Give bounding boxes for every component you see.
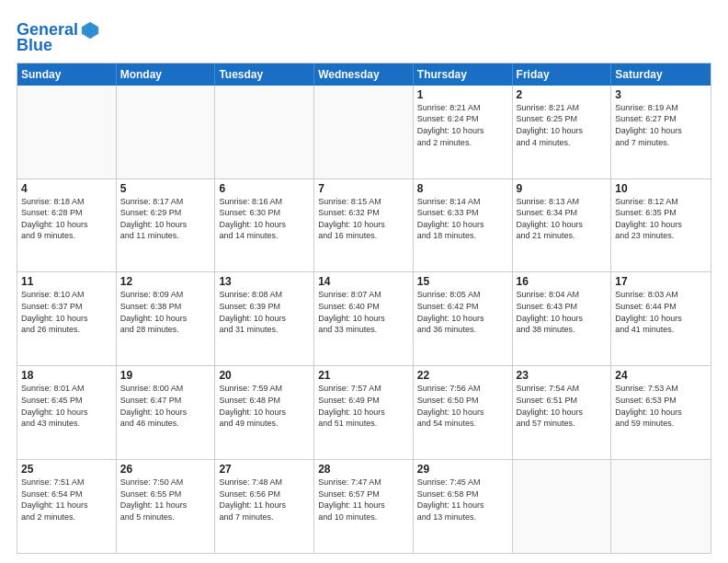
day-header-friday: Friday: [513, 63, 612, 86]
cal-cell: 14Sunrise: 8:07 AMSunset: 6:40 PMDayligh…: [314, 272, 414, 365]
cal-cell: 16Sunrise: 8:04 AMSunset: 6:43 PMDayligh…: [513, 272, 612, 365]
cal-cell: 21Sunrise: 7:57 AMSunset: 6:49 PMDayligh…: [314, 366, 414, 459]
day-info: Sunrise: 7:51 AMSunset: 6:54 PMDaylight:…: [21, 477, 112, 523]
day-number: 28: [318, 463, 409, 476]
day-info: Sunrise: 8:08 AMSunset: 6:39 PMDaylight:…: [219, 289, 310, 335]
day-number: 19: [120, 369, 211, 382]
day-number: 24: [615, 369, 707, 382]
day-number: 9: [517, 182, 608, 195]
day-number: 27: [219, 463, 310, 476]
day-number: 21: [318, 369, 409, 382]
day-info: Sunrise: 7:59 AMSunset: 6:48 PMDaylight:…: [219, 383, 310, 429]
day-header-sunday: Sunday: [17, 63, 117, 86]
cal-cell: 29Sunrise: 7:45 AMSunset: 6:58 PMDayligh…: [414, 460, 513, 553]
cal-cell: 11Sunrise: 8:10 AMSunset: 6:37 PMDayligh…: [17, 272, 117, 365]
week-row-2: 4Sunrise: 8:18 AMSunset: 6:28 PMDaylight…: [17, 178, 711, 272]
day-number: 6: [219, 182, 310, 195]
day-info: Sunrise: 8:03 AMSunset: 6:44 PMDaylight:…: [615, 289, 707, 335]
cal-cell: [17, 86, 117, 178]
calendar: SundayMondayTuesdayWednesdayThursdayFrid…: [17, 63, 711, 554]
cal-cell: [611, 460, 711, 553]
day-number: 15: [417, 275, 508, 288]
day-info: Sunrise: 8:04 AMSunset: 6:43 PMDaylight:…: [517, 289, 608, 335]
cal-cell: 18Sunrise: 8:01 AMSunset: 6:45 PMDayligh…: [17, 366, 117, 459]
cal-cell: 26Sunrise: 7:50 AMSunset: 6:55 PMDayligh…: [117, 460, 216, 553]
day-number: 12: [120, 275, 211, 288]
day-info: Sunrise: 8:17 AMSunset: 6:29 PMDaylight:…: [120, 196, 211, 242]
cal-cell: 28Sunrise: 7:47 AMSunset: 6:57 PMDayligh…: [314, 460, 414, 553]
day-number: 8: [417, 182, 508, 195]
calendar-body: 1Sunrise: 8:21 AMSunset: 6:24 PMDaylight…: [17, 86, 711, 553]
cal-cell: 3Sunrise: 8:19 AMSunset: 6:27 PMDaylight…: [611, 86, 711, 178]
cal-cell: 20Sunrise: 7:59 AMSunset: 6:48 PMDayligh…: [215, 366, 314, 459]
day-info: Sunrise: 7:47 AMSunset: 6:57 PMDaylight:…: [318, 477, 409, 523]
cal-cell: 15Sunrise: 8:05 AMSunset: 6:42 PMDayligh…: [414, 272, 513, 365]
day-info: Sunrise: 7:48 AMSunset: 6:56 PMDaylight:…: [219, 477, 310, 523]
day-number: 25: [21, 463, 112, 476]
day-number: 10: [615, 182, 707, 195]
cal-cell: [215, 86, 314, 178]
day-info: Sunrise: 7:54 AMSunset: 6:51 PMDaylight:…: [517, 383, 608, 429]
day-number: 23: [517, 369, 608, 382]
day-info: Sunrise: 8:19 AMSunset: 6:27 PMDaylight:…: [615, 102, 707, 148]
day-info: Sunrise: 8:05 AMSunset: 6:42 PMDaylight:…: [417, 289, 508, 335]
cal-cell: 25Sunrise: 7:51 AMSunset: 6:54 PMDayligh…: [17, 460, 117, 553]
day-info: Sunrise: 7:56 AMSunset: 6:50 PMDaylight:…: [417, 383, 508, 429]
day-info: Sunrise: 7:50 AMSunset: 6:55 PMDaylight:…: [120, 477, 211, 523]
logo: General Blue: [17, 20, 100, 55]
day-header-tuesday: Tuesday: [215, 63, 314, 86]
day-info: Sunrise: 8:21 AMSunset: 6:24 PMDaylight:…: [417, 102, 508, 148]
cal-cell: 12Sunrise: 8:09 AMSunset: 6:38 PMDayligh…: [117, 272, 216, 365]
page: General Blue SundayMondayTuesdayWednesda…: [0, 0, 728, 563]
day-number: 5: [120, 182, 211, 195]
week-row-4: 18Sunrise: 8:01 AMSunset: 6:45 PMDayligh…: [17, 365, 711, 459]
day-number: 7: [318, 182, 409, 195]
day-number: 14: [318, 275, 409, 288]
day-number: 20: [219, 369, 310, 382]
cal-cell: 10Sunrise: 8:12 AMSunset: 6:35 PMDayligh…: [611, 179, 711, 272]
cal-cell: 23Sunrise: 7:54 AMSunset: 6:51 PMDayligh…: [513, 366, 612, 459]
cal-cell: 1Sunrise: 8:21 AMSunset: 6:24 PMDaylight…: [414, 86, 513, 178]
day-number: 1: [417, 88, 508, 101]
day-number: 2: [517, 88, 608, 101]
cal-cell: 13Sunrise: 8:08 AMSunset: 6:39 PMDayligh…: [215, 272, 314, 365]
cal-cell: 4Sunrise: 8:18 AMSunset: 6:28 PMDaylight…: [17, 179, 117, 272]
day-info: Sunrise: 8:01 AMSunset: 6:45 PMDaylight:…: [21, 383, 112, 429]
week-row-3: 11Sunrise: 8:10 AMSunset: 6:37 PMDayligh…: [17, 271, 711, 365]
day-info: Sunrise: 8:12 AMSunset: 6:35 PMDaylight:…: [615, 196, 707, 242]
day-info: Sunrise: 8:09 AMSunset: 6:38 PMDaylight:…: [120, 289, 211, 335]
day-header-thursday: Thursday: [414, 63, 513, 86]
cal-cell: 27Sunrise: 7:48 AMSunset: 6:56 PMDayligh…: [215, 460, 314, 553]
day-info: Sunrise: 8:10 AMSunset: 6:37 PMDaylight:…: [21, 289, 112, 335]
day-number: 26: [120, 463, 211, 476]
day-info: Sunrise: 8:15 AMSunset: 6:32 PMDaylight:…: [318, 196, 409, 242]
day-header-saturday: Saturday: [611, 63, 711, 86]
day-info: Sunrise: 7:57 AMSunset: 6:49 PMDaylight:…: [318, 383, 409, 429]
header: General Blue: [17, 17, 711, 55]
day-info: Sunrise: 8:07 AMSunset: 6:40 PMDaylight:…: [318, 289, 409, 335]
day-info: Sunrise: 8:21 AMSunset: 6:25 PMDaylight:…: [517, 102, 608, 148]
day-info: Sunrise: 8:13 AMSunset: 6:34 PMDaylight:…: [517, 196, 608, 242]
cal-cell: 24Sunrise: 7:53 AMSunset: 6:53 PMDayligh…: [611, 366, 711, 459]
logo-icon: [80, 20, 100, 40]
cal-cell: [117, 86, 216, 178]
day-number: 11: [21, 275, 112, 288]
cal-cell: [314, 86, 414, 178]
day-number: 17: [615, 275, 707, 288]
day-number: 16: [517, 275, 608, 288]
cal-cell: 2Sunrise: 8:21 AMSunset: 6:25 PMDaylight…: [513, 86, 612, 178]
cal-cell: 8Sunrise: 8:14 AMSunset: 6:33 PMDaylight…: [414, 179, 513, 272]
calendar-header: SundayMondayTuesdayWednesdayThursdayFrid…: [17, 63, 711, 86]
day-info: Sunrise: 7:53 AMSunset: 6:53 PMDaylight:…: [615, 383, 707, 429]
cal-cell: 5Sunrise: 8:17 AMSunset: 6:29 PMDaylight…: [117, 179, 216, 272]
day-header-wednesday: Wednesday: [314, 63, 414, 86]
cal-cell: [513, 460, 612, 553]
day-info: Sunrise: 8:18 AMSunset: 6:28 PMDaylight:…: [21, 196, 112, 242]
day-number: 18: [21, 369, 112, 382]
day-number: 4: [21, 182, 112, 195]
day-header-monday: Monday: [117, 63, 216, 86]
cal-cell: 7Sunrise: 8:15 AMSunset: 6:32 PMDaylight…: [314, 179, 414, 272]
cal-cell: 17Sunrise: 8:03 AMSunset: 6:44 PMDayligh…: [611, 272, 711, 365]
cal-cell: 22Sunrise: 7:56 AMSunset: 6:50 PMDayligh…: [414, 366, 513, 459]
day-number: 22: [417, 369, 508, 382]
